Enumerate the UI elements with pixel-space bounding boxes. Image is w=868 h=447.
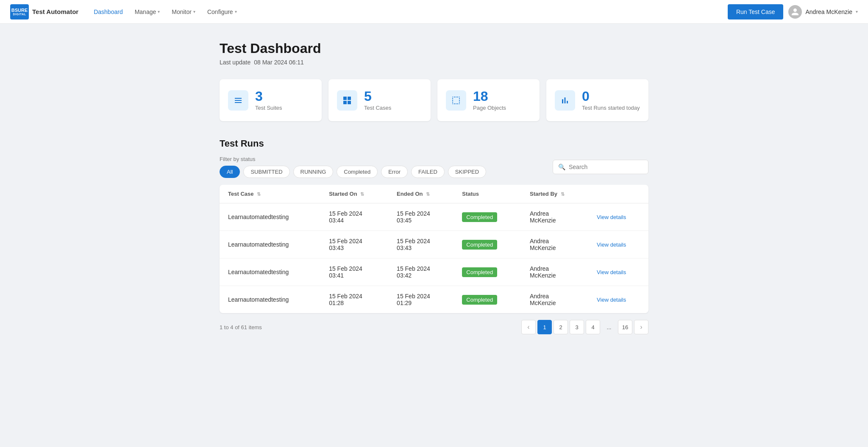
cell-started-on: 15 Feb 202403:44 — [320, 203, 388, 231]
monitor-chevron: ▾ — [193, 9, 195, 14]
stat-info-suites: 3 Test Suites — [255, 89, 282, 111]
stat-info-cases: 5 Test Cases — [364, 89, 391, 111]
filter-completed[interactable]: Completed — [337, 166, 378, 178]
stat-label-runs: Test Runs started today — [582, 105, 640, 111]
filter-skipped[interactable]: SKIPPED — [448, 166, 486, 178]
user-chevron: ▾ — [856, 9, 858, 14]
cell-started-on: 15 Feb 202403:41 — [320, 258, 388, 286]
stat-number-cases: 5 — [364, 89, 391, 103]
configure-chevron: ▾ — [235, 9, 237, 14]
status-badge: Completed — [462, 240, 497, 250]
pagination: ‹ 1 2 3 4 ... 16 › — [521, 320, 648, 334]
stat-number-runs: 0 — [582, 89, 640, 103]
cell-started-by: AndreaMcKenzie — [521, 203, 588, 231]
sort-icon-started-by[interactable]: ⇅ — [561, 192, 565, 197]
table-row: Learnautomatedtesting 15 Feb 202403:44 1… — [220, 203, 648, 231]
nav-manage[interactable]: Manage ▾ — [130, 5, 165, 19]
page-2-button[interactable]: 2 — [554, 320, 568, 334]
cell-test-case: Learnautomatedtesting — [220, 258, 320, 286]
view-details-link[interactable]: View details — [597, 297, 626, 303]
filter-failed[interactable]: FAILED — [411, 166, 445, 178]
manage-chevron: ▾ — [158, 9, 160, 14]
user-name: Andrea McKenzie — [805, 8, 852, 15]
view-details-link[interactable]: View details — [597, 269, 626, 275]
cell-ended-on: 15 Feb 202403:45 — [388, 203, 453, 231]
cell-ended-on: 15 Feb 202403:42 — [388, 258, 453, 286]
col-started-by: Started By ⇅ — [521, 185, 588, 203]
suites-icon — [228, 90, 248, 111]
search-icon: 🔍 — [558, 164, 565, 170]
page-1-button[interactable]: 1 — [537, 320, 552, 334]
table-row: Learnautomatedtesting 15 Feb 202403:41 1… — [220, 258, 648, 286]
stat-cards: 3 Test Suites 5 Test Cases 18 Page Objec… — [220, 79, 648, 121]
filter-running[interactable]: RUNNING — [293, 166, 334, 178]
test-runs-table-wrapper: Test Case ⇅ Started On ⇅ Ended On ⇅ Stat… — [220, 185, 648, 313]
main-content: Test Dashboard Last update 08 Mar 2024 0… — [209, 24, 659, 351]
objects-icon — [446, 90, 466, 111]
cases-icon — [337, 90, 357, 111]
last-update-label: Last update — [220, 59, 250, 66]
filter-all[interactable]: All — [220, 166, 240, 178]
page-3-button[interactable]: 3 — [570, 320, 584, 334]
cell-status: Completed — [453, 231, 521, 258]
table-row: Learnautomatedtesting 15 Feb 202401:28 1… — [220, 286, 648, 314]
page-title: Test Dashboard — [220, 41, 648, 56]
status-badge: Completed — [462, 295, 497, 305]
col-action — [588, 185, 648, 203]
table-row: Learnautomatedtesting 15 Feb 202403:43 1… — [220, 231, 648, 258]
cell-started-by: AndreaMcKenzie — [521, 258, 588, 286]
nav-monitor[interactable]: Monitor ▾ — [167, 5, 200, 19]
col-status: Status — [453, 185, 521, 203]
cell-ended-on: 15 Feb 202403:43 — [388, 231, 453, 258]
stat-number-suites: 3 — [255, 89, 282, 103]
filter-chips: All SUBMITTED RUNNING Completed Error FA… — [220, 166, 486, 178]
filter-error[interactable]: Error — [381, 166, 408, 178]
brand-logo: BSURE DIGITAL — [10, 4, 29, 19]
stat-card-cases: 5 Test Cases — [328, 79, 431, 121]
prev-page-button[interactable]: ‹ — [521, 320, 536, 334]
stat-label-objects: Page Objects — [473, 105, 506, 111]
cell-action: View details — [588, 203, 648, 231]
brand-logo-line1: BSURE — [11, 8, 28, 13]
nav-configure[interactable]: Configure ▾ — [202, 5, 242, 19]
stat-card-runs: 0 Test Runs started today — [546, 79, 648, 121]
page-16-button[interactable]: 16 — [618, 320, 632, 334]
pagination-info: 1 to 4 of 61 items — [220, 324, 262, 330]
sort-icon-test-case[interactable]: ⇅ — [257, 192, 261, 197]
sort-icon-ended-on[interactable]: ⇅ — [426, 192, 430, 197]
search-box: 🔍 — [553, 160, 648, 174]
page-4-button[interactable]: 4 — [586, 320, 600, 334]
last-update: Last update 08 Mar 2024 06:11 — [220, 59, 648, 66]
brand: BSURE DIGITAL Test Automator — [10, 4, 78, 19]
cell-status: Completed — [453, 203, 521, 231]
pagination-row: 1 to 4 of 61 items ‹ 1 2 3 4 ... 16 › — [220, 320, 648, 334]
cell-status: Completed — [453, 258, 521, 286]
search-input[interactable] — [569, 164, 643, 170]
view-details-link[interactable]: View details — [597, 214, 626, 220]
avatar — [788, 5, 802, 19]
sort-icon-started-on[interactable]: ⇅ — [360, 192, 364, 197]
cell-action: View details — [588, 286, 648, 314]
cell-test-case: Learnautomatedtesting — [220, 231, 320, 258]
filter-row: Filter by status All SUBMITTED RUNNING C… — [220, 156, 648, 178]
page-ellipsis: ... — [602, 320, 616, 334]
next-page-button[interactable]: › — [634, 320, 648, 334]
navbar: BSURE DIGITAL Test Automator Dashboard M… — [0, 0, 868, 24]
nav-dashboard[interactable]: Dashboard — [89, 5, 128, 19]
view-details-link[interactable]: View details — [597, 242, 626, 248]
user-info[interactable]: Andrea McKenzie ▾ — [788, 5, 858, 19]
col-started-on: Started On ⇅ — [320, 185, 388, 203]
brand-logo-line2: DIGITAL — [13, 13, 26, 16]
stat-info-runs: 0 Test Runs started today — [582, 89, 640, 111]
filter-submitted[interactable]: SUBMITTED — [243, 166, 289, 178]
col-ended-on: Ended On ⇅ — [388, 185, 453, 203]
run-test-case-button[interactable]: Run Test Case — [728, 4, 784, 19]
last-update-value: 08 Mar 2024 06:11 — [254, 59, 304, 66]
stat-card-objects: 18 Page Objects — [437, 79, 540, 121]
cell-started-on: 15 Feb 202401:28 — [320, 286, 388, 314]
runs-icon — [555, 90, 575, 111]
cell-action: View details — [588, 258, 648, 286]
cell-started-on: 15 Feb 202403:43 — [320, 231, 388, 258]
stat-card-suites: 3 Test Suites — [220, 79, 322, 121]
filter-label: Filter by status — [220, 156, 486, 162]
